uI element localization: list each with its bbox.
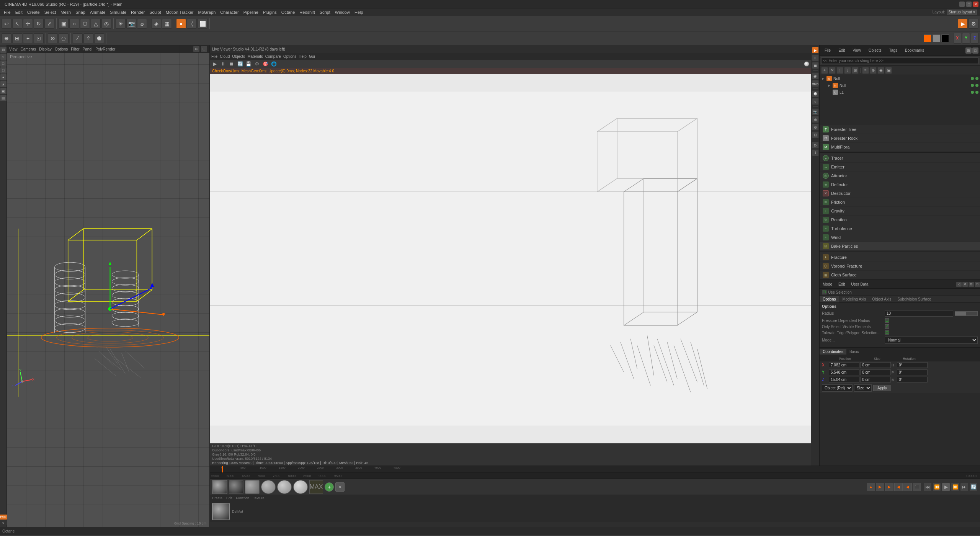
menu-octane[interactable]: Octane [279,10,297,15]
lasso-icon[interactable]: ○ [0,54,7,60]
obj-view-btn[interactable]: ◉ [877,67,884,74]
tab-bookmarks[interactable]: Bookmarks [902,47,928,54]
obj-item-null1[interactable]: ▶ N Null [820,75,980,82]
sub-tab-modeling[interactable]: Modeling Axis [839,296,869,302]
tab-edit[interactable]: Edit [835,47,848,54]
obj-vis-null2[interactable] [971,84,974,87]
viewport-3d[interactable]: View Cameras Display Options Filter Pane… [7,45,210,527]
oct-pause-btn[interactable]: ⏸ [812,54,819,61]
torus-icon[interactable]: ◎ [101,19,111,29]
tolerate-checkbox[interactable]: ☐ [885,330,889,335]
viewport-header-options[interactable]: Options [55,47,68,51]
poly-sel-icon[interactable]: ⬡ [0,67,7,74]
apply-object-dropdown[interactable]: Object (Rel) [822,384,853,392]
cloth-surface-item[interactable]: ▦ Cloth Surface [820,271,980,279]
coords-z-size[interactable] [860,377,891,382]
oct-settings-btn[interactable]: ⚙ [812,142,819,149]
coords-z-pos[interactable] [829,377,859,382]
lv-globe-icon[interactable]: 🌐 [270,60,277,67]
color-preview-orange[interactable] [924,34,931,42]
obj-filter-btn[interactable]: ≡ [862,67,869,74]
transport-play[interactable]: ▶ [942,483,950,491]
coords-y-rot[interactable] [897,369,928,375]
prop-tab-userdata[interactable]: User Data [848,281,871,287]
lv-menu-cloud[interactable]: Cloud [220,54,230,59]
oct-hdr-btn[interactable]: HDR [812,80,819,87]
multiflora-item[interactable]: M MultiFlora [820,143,980,152]
obj-render-l1[interactable] [975,91,978,94]
material-slot-5[interactable] [277,480,292,494]
coords-y-size[interactable] [860,369,891,375]
obj-render-null2[interactable] [975,84,978,87]
radius-slider[interactable] [955,311,978,316]
move-icon[interactable]: ✛ [23,19,33,29]
color-preview-grey[interactable] [933,34,940,42]
tab-objects[interactable]: Objects [865,47,885,54]
maximize-button[interactable]: □ [966,2,972,7]
paint-icon[interactable]: ▲ [0,81,7,87]
oct-zoom2-btn[interactable]: ⊖ [812,124,819,131]
cone-icon[interactable]: △ [91,19,101,29]
oct-sphere-btn[interactable] [812,90,819,97]
sub-tab-object-axis[interactable]: Object Axis [869,296,894,302]
snap-icon[interactable]: ⊕ [2,33,11,43]
material-menu-function[interactable]: Function [236,496,250,500]
key-btn-6[interactable]: ⬛ [913,483,921,491]
menu-animate[interactable]: Animate [88,10,108,15]
menu-edit[interactable]: Edit [13,10,25,15]
menu-plugins[interactable]: Plugins [261,10,279,15]
lv-play-icon[interactable]: ▶ [211,60,218,67]
select-all-icon[interactable]: ⊞ [0,47,7,53]
menu-window[interactable]: Window [333,10,352,15]
lv-menu-materials[interactable]: Materials [247,54,263,59]
menu-redshift[interactable]: Redshift [297,10,317,15]
material-menu-edit[interactable]: Edit [226,496,232,500]
gradient-icon[interactable]: ▤ [0,95,7,101]
nav-icon-2[interactable]: ⊡ [201,46,207,52]
coords-tab-basic[interactable]: Basic [846,349,862,355]
use-selection-checkbox[interactable]: ☐ [822,290,826,294]
nav-icon-1[interactable]: ⊕ [193,46,199,52]
viewport-header-polyrender[interactable]: PolyRender [95,47,115,51]
brush-icon[interactable]: ● [0,74,7,80]
render-icon[interactable]: ▶ [958,19,968,29]
pressure-checkbox[interactable]: ☐ [885,318,889,323]
viewport-header-display[interactable]: Display [39,47,52,51]
menu-simulate[interactable]: Simulate [108,10,129,15]
lv-stop-icon[interactable]: ⏹ [228,60,235,67]
lv-menu-compare[interactable]: Compare [265,54,281,59]
viewport-header-filter[interactable]: Filter [71,47,79,51]
coords-x-size[interactable] [860,362,891,368]
lv-refresh-icon[interactable]: 🔄 [237,60,243,67]
material-slot-1[interactable] [212,480,227,494]
forester-tree-item[interactable]: T Forester Tree [820,125,980,134]
lv-pause-icon[interactable]: ⏸ [220,60,227,67]
prop-icon2[interactable]: ⊕ [962,282,968,287]
menu-render[interactable]: Render [129,10,147,15]
prop-tab-edit[interactable]: Edit [835,281,848,287]
light-icon[interactable]: ☀ [116,19,126,29]
coord-sys-icon[interactable]: ⊡ [34,33,44,43]
oct-info-btn[interactable]: ℹ [812,149,819,156]
menu-sculpt[interactable]: Sculpt [147,10,163,15]
menu-character[interactable]: Character [218,10,241,15]
menu-select[interactable]: Select [42,10,59,15]
menu-motiontracker[interactable]: Motion Tracker [163,10,196,15]
material-slot-2[interactable] [229,480,243,494]
box-icon[interactable]: ▣ [59,19,69,29]
transport-loop[interactable]: 🔄 [969,483,978,491]
scale-icon[interactable]: ⤢ [44,19,54,29]
viewport-header-panel[interactable]: Panel [83,47,93,51]
particle-deflector-item[interactable]: ◈ Deflector [820,180,980,189]
oct-ring-btn[interactable]: ○ [812,98,819,105]
sphere-icon[interactable]: ○ [69,19,79,29]
transport-next[interactable]: ⏭ [960,483,969,491]
sub-tab-subdivision[interactable]: Subdivision Surface [894,296,934,302]
coords-x-rot[interactable] [897,362,928,368]
coords-x-pos[interactable] [829,362,859,368]
magnet-icon[interactable]: ⊗ [48,33,58,43]
particle-gravity-item[interactable]: ↓ Gravity [820,207,980,216]
particle-turbulence-item[interactable]: ~ Turbulence [820,224,980,233]
texture-icon[interactable]: ▦ [162,19,172,29]
axis-y-button[interactable]: Y [962,33,970,44]
